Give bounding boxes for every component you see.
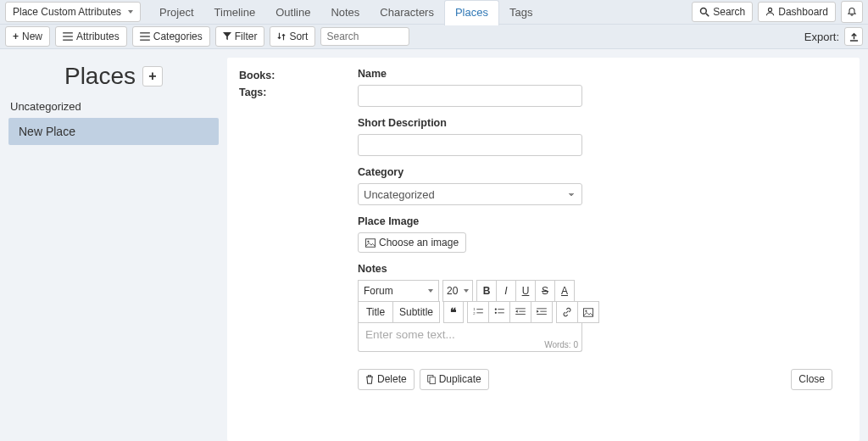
- content: Places + Uncategorized New Place Books: …: [0, 49, 868, 441]
- blockquote-button[interactable]: ❝: [443, 301, 464, 323]
- attributes-button[interactable]: Attributes: [55, 26, 127, 47]
- link-icon: [562, 307, 572, 317]
- short-description-label: Short Description: [358, 117, 832, 129]
- search-icon: [699, 7, 709, 17]
- strikethrough-icon: S: [542, 285, 548, 297]
- short-description-input[interactable]: [358, 134, 582, 156]
- indent-icon: [537, 308, 547, 316]
- filter-icon: [223, 32, 231, 41]
- tab-project[interactable]: Project: [149, 0, 203, 25]
- choose-image-button[interactable]: Choose an image: [358, 232, 466, 253]
- insert-image-button[interactable]: [577, 301, 599, 323]
- new-button[interactable]: + New: [5, 26, 50, 47]
- notifications-button[interactable]: [841, 1, 863, 23]
- categories-button[interactable]: Categories: [132, 26, 210, 47]
- name-input[interactable]: [358, 85, 582, 107]
- text-color-icon: A: [561, 285, 568, 297]
- text-color-button[interactable]: A: [554, 280, 575, 302]
- page-title: Places: [64, 63, 136, 90]
- tab-places[interactable]: Places: [444, 0, 499, 25]
- underline-icon: U: [522, 285, 530, 297]
- copy-icon: [427, 375, 436, 384]
- search-button[interactable]: Search: [692, 2, 753, 22]
- tab-characters[interactable]: Characters: [370, 0, 444, 25]
- tags-label: Tags:: [239, 87, 358, 98]
- unordered-list-button[interactable]: [488, 301, 510, 323]
- italic-button[interactable]: I: [496, 280, 516, 302]
- svg-point-17: [495, 312, 497, 314]
- font-size-select[interactable]: 20: [442, 280, 473, 302]
- outdent-icon: [515, 308, 526, 316]
- font-name: Forum: [364, 285, 393, 297]
- bell-icon: [847, 7, 857, 17]
- svg-rect-28: [430, 377, 435, 384]
- indent-button[interactable]: [531, 301, 553, 323]
- export-button[interactable]: [844, 27, 863, 46]
- notes-label: Notes: [358, 263, 832, 275]
- list-icon: [63, 32, 73, 41]
- outdent-button[interactable]: [509, 301, 531, 323]
- plus-icon: +: [13, 31, 19, 42]
- list-icon: [140, 32, 150, 41]
- dashboard-button-label: Dashboard: [778, 6, 828, 18]
- delete-button[interactable]: Delete: [358, 369, 415, 389]
- search-input[interactable]: [320, 27, 409, 46]
- title-style-button[interactable]: Title: [358, 301, 393, 323]
- delete-label: Delete: [377, 373, 407, 385]
- close-button[interactable]: Close: [791, 369, 832, 389]
- search-button-label: Search: [713, 6, 745, 18]
- chevron-down-icon: [464, 289, 469, 293]
- category-label: Category: [358, 166, 832, 178]
- unordered-list-icon: [494, 308, 504, 316]
- upload-icon: [849, 32, 859, 42]
- place-custom-attributes-dropdown[interactable]: Place Custom Attributes: [5, 2, 141, 22]
- bold-icon: B: [483, 285, 491, 297]
- sort-button-label: Sort: [289, 31, 308, 42]
- filter-button[interactable]: Filter: [215, 26, 265, 47]
- books-label: Books:: [239, 70, 358, 81]
- svg-rect-9: [365, 238, 375, 246]
- place-image-label: Place Image: [358, 215, 832, 227]
- bold-button[interactable]: B: [476, 280, 497, 302]
- dashboard-button[interactable]: Dashboard: [758, 2, 836, 22]
- sort-button[interactable]: Sort: [270, 26, 315, 47]
- topbar: Place Custom Attributes Project Timeline…: [0, 0, 868, 25]
- add-place-button[interactable]: +: [142, 66, 163, 87]
- main-panel: Books: Tags: Name Short Description Cate…: [227, 58, 860, 441]
- nav-tabs: Project Timeline Outline Notes Character…: [149, 0, 542, 25]
- svg-point-26: [585, 310, 587, 312]
- user-icon: [765, 7, 775, 16]
- list-item[interactable]: New Place: [8, 118, 219, 145]
- link-button[interactable]: [556, 301, 578, 323]
- image-icon: [583, 308, 593, 317]
- filter-button-label: Filter: [235, 31, 258, 42]
- subtitle-style-button[interactable]: Subtitle: [392, 301, 440, 323]
- dropdown-label: Place Custom Attributes: [13, 6, 121, 18]
- quote-icon: ❝: [450, 305, 457, 319]
- tab-outline[interactable]: Outline: [265, 0, 320, 25]
- strikethrough-button[interactable]: S: [535, 280, 555, 302]
- svg-point-0: [701, 8, 707, 14]
- tab-tags[interactable]: Tags: [499, 0, 542, 25]
- new-button-label: New: [22, 31, 42, 42]
- trash-icon: [365, 375, 374, 384]
- svg-point-10: [367, 240, 369, 242]
- ordered-list-icon: 12: [473, 308, 483, 316]
- tab-timeline[interactable]: Timeline: [204, 0, 266, 25]
- ordered-list-button[interactable]: 12: [467, 301, 489, 323]
- svg-text:2: 2: [473, 311, 476, 315]
- svg-point-15: [495, 309, 497, 310]
- name-label: Name: [358, 68, 832, 80]
- tab-notes[interactable]: Notes: [320, 0, 370, 25]
- export-label: Export:: [804, 31, 839, 43]
- italic-icon: I: [504, 285, 507, 297]
- duplicate-button[interactable]: Duplicate: [420, 369, 489, 389]
- choose-image-label: Choose an image: [379, 237, 459, 248]
- notes-editor[interactable]: Enter some text... Words: 0: [358, 323, 582, 352]
- font-select[interactable]: Forum: [358, 280, 439, 302]
- category-select[interactable]: Uncategorized: [358, 183, 582, 205]
- attributes-button-label: Attributes: [76, 31, 120, 42]
- font-size: 20: [447, 285, 458, 297]
- editor-placeholder: Enter some text...: [365, 328, 455, 341]
- underline-button[interactable]: U: [515, 280, 536, 302]
